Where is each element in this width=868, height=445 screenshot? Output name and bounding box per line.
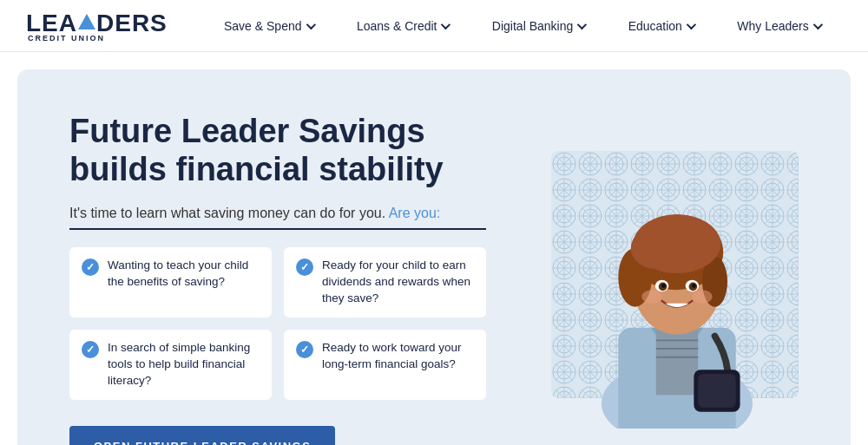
check-icon-2 <box>296 258 313 276</box>
logo-subtitle: CREDIT UNION <box>28 34 168 43</box>
chevron-down-icon <box>306 19 315 29</box>
nav-education[interactable]: Education <box>620 15 702 37</box>
hero-section: Future Leader Savings builds financial s… <box>17 69 851 445</box>
chevron-down-icon <box>441 19 450 29</box>
nav-why-leaders[interactable]: Why Leaders <box>728 15 828 37</box>
chevron-down-icon <box>687 19 696 29</box>
logo-arrow-icon <box>78 14 95 29</box>
nav-digital-banking[interactable]: Digital Banking <box>483 15 593 37</box>
nav-save-spend[interactable]: Save & Spend <box>215 15 322 37</box>
hero-subtitle-link[interactable]: Are you: <box>389 206 441 220</box>
svg-rect-30 <box>698 374 736 408</box>
svg-point-27 <box>641 290 661 303</box>
svg-point-28 <box>692 290 712 303</box>
bullet-text-2: Ready for your child to earn dividends a… <box>322 258 474 307</box>
svg-rect-10 <box>656 328 698 395</box>
bullet-item-1: Wanting to teach your child the benefits… <box>69 247 272 317</box>
bullet-text-1: Wanting to teach your child the benefits… <box>108 258 260 291</box>
site-header: LEA DERS CREDIT UNION Save & Spend Loans… <box>0 0 868 52</box>
hero-bullets: Wanting to teach your child the benefits… <box>69 247 486 399</box>
hero-divider <box>69 228 486 230</box>
bullet-item-2: Ready for your child to earn dividends a… <box>284 247 486 317</box>
bullet-text-4: Ready to work toward your long-term fina… <box>322 340 474 373</box>
bullet-item-4: Ready to work toward your long-term fina… <box>284 330 486 400</box>
nav-loans-credit[interactable]: Loans & Credit <box>348 15 457 37</box>
hero-subtitle-plain: It's time to learn what saving money can… <box>69 206 385 220</box>
person-svg <box>564 168 790 429</box>
hero-content: Future Leader Savings builds financial s… <box>69 113 486 445</box>
hero-image-area <box>521 151 799 429</box>
bullet-text-3: In search of simple banking tools to hel… <box>108 340 260 389</box>
svg-point-26 <box>692 284 696 288</box>
check-icon-1 <box>82 258 99 276</box>
chevron-down-icon <box>813 19 823 29</box>
main-nav: Save & Spend Loans & Credit Digital Bank… <box>202 15 842 37</box>
hero-title: Future Leader Savings builds financial s… <box>69 113 486 188</box>
logo[interactable]: LEA DERS CREDIT UNION <box>26 10 168 43</box>
svg-point-25 <box>661 284 666 288</box>
person-image <box>564 168 790 429</box>
check-icon-4 <box>296 341 313 358</box>
hero-subtitle: It's time to learn what saving money can… <box>69 206 486 221</box>
chevron-down-icon <box>577 19 587 29</box>
bullet-item-3: In search of simple banking tools to hel… <box>69 330 272 400</box>
svg-point-20 <box>631 227 681 269</box>
cta-open-savings-button[interactable]: OPEN FUTURE LEADER SAVINGS <box>69 426 335 445</box>
check-icon-3 <box>82 341 99 358</box>
